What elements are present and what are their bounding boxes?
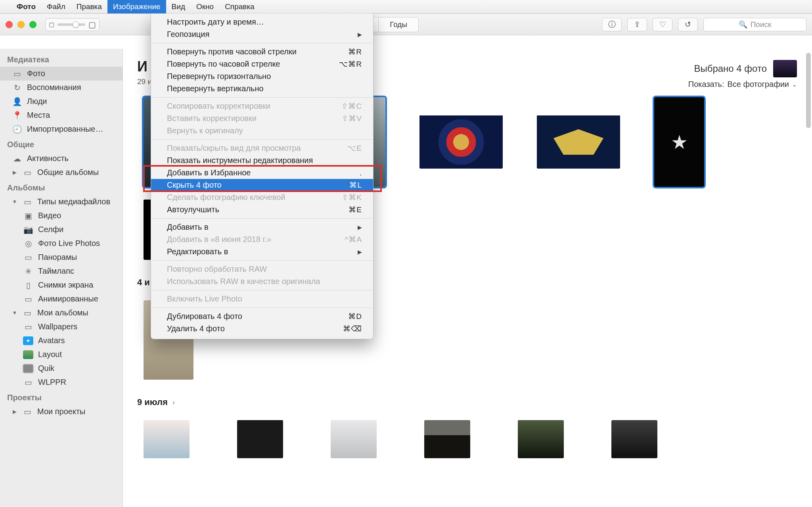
disclosure-icon[interactable]: ▶ <box>12 169 17 175</box>
menu-help[interactable]: Справка <box>219 0 260 13</box>
close-button[interactable] <box>6 21 13 28</box>
sidebar-item-live[interactable]: ◎Фото Live Photos <box>0 236 123 250</box>
menu-image[interactable]: Изображение <box>107 0 166 13</box>
people-icon: 👤 <box>12 97 22 106</box>
mi-edit-in[interactable]: Редактировать в▶ <box>151 246 373 258</box>
menu-separator <box>152 139 372 140</box>
clock-icon: 🕘 <box>12 125 22 134</box>
photo-thumb[interactable] <box>144 420 190 458</box>
mi-geolocation[interactable]: Геопозиция▶ <box>151 28 373 40</box>
mi-auto-enhance[interactable]: Автоулучшить⌘E <box>151 204 373 216</box>
segment-years[interactable]: Годы <box>378 17 418 32</box>
sidebar-item-shared-albums[interactable]: ▶▭Общие альбомы <box>0 165 123 179</box>
album-icon: ▭ <box>22 198 33 206</box>
menu-window[interactable]: Окно <box>191 0 219 13</box>
sidebar-item-media-types[interactable]: ▼▭Типы медиафайлов <box>0 195 123 209</box>
mi-paste-adjust: Вставить корректировки⇧⌘V <box>151 112 373 125</box>
photos-icon: ▭ <box>12 69 22 78</box>
mi-delete[interactable]: Удалить 4 фото⌘⌫ <box>151 323 373 335</box>
share-button[interactable]: ⇪ <box>627 18 647 31</box>
chevron-down-icon: ⌄ <box>792 81 797 88</box>
sidebar-item-panoramas[interactable]: ▭Панорамы <box>0 250 123 264</box>
photo-thumb[interactable] <box>654 97 704 187</box>
photo-thumb[interactable] <box>537 97 620 169</box>
filter-row[interactable]: Показать: Все фотографии ⌄ <box>688 80 797 89</box>
sidebar-item-imports[interactable]: 🕘Импортированные… <box>0 122 123 136</box>
scrollbar[interactable] <box>806 53 811 128</box>
sidebar-item-photos[interactable]: ▭Фото <box>0 67 123 81</box>
app-name[interactable]: Фото <box>11 0 41 13</box>
sidebar-item-selfies[interactable]: 📷Селфи <box>0 223 123 236</box>
photo-thumb[interactable] <box>611 420 657 458</box>
sidebar-item-activity[interactable]: ☁︎Активность <box>0 152 123 165</box>
search-icon: 🔍 <box>739 20 747 29</box>
photo-thumb[interactable] <box>237 420 283 458</box>
panorama-icon: ▭ <box>23 253 33 262</box>
small-thumb-icon: ▢ <box>49 21 54 28</box>
search-field[interactable]: 🔍 Поиск <box>703 18 806 31</box>
mi-flip-v[interactable]: Перевернуть вертикально <box>151 83 373 95</box>
timelapse-icon: ✳︎ <box>23 267 33 276</box>
menu-view[interactable]: Вид <box>166 0 191 13</box>
memories-icon: ↻ <box>12 83 22 92</box>
sidebar-item-places[interactable]: 📍Места <box>0 108 123 122</box>
mi-rotate-ccw[interactable]: Повернуть против часовой стрелки⌘R <box>151 46 373 58</box>
sidebar-item-wallpapers[interactable]: ▭Wallpapers <box>0 320 123 334</box>
sidebar-item-videos[interactable]: ▣Видео <box>0 209 123 223</box>
info-button[interactable]: ⓘ <box>602 18 622 31</box>
image-menu-dropdown: Настроить дату и время… Геопозиция▶ Пове… <box>151 13 373 339</box>
sidebar: Медиатека ▭Фото ↻Воспоминания 👤Люди 📍Мес… <box>0 49 123 507</box>
chevron-right-icon: ▶ <box>358 31 362 38</box>
sidebar-item-quik[interactable]: Quik <box>0 361 123 375</box>
chevron-right-icon: ▶ <box>358 224 362 230</box>
sidebar-item-my-albums[interactable]: ▼▭Мои альбомы <box>0 306 123 320</box>
album-icon: ▭ <box>23 378 33 387</box>
menu-file[interactable]: Файл <box>41 0 71 13</box>
sidebar-item-wlppr[interactable]: ▭WLPPR <box>0 375 123 389</box>
sidebar-item-memories[interactable]: ↻Воспоминания <box>0 81 123 94</box>
photo-thumb[interactable] <box>419 97 503 169</box>
disclosure-icon[interactable]: ▼ <box>12 199 17 205</box>
disclosure-icon[interactable]: ▼ <box>12 310 17 316</box>
section-date-3[interactable]: 9 июля › <box>123 392 812 407</box>
sidebar-item-animated[interactable]: ▭Анимированные <box>0 292 123 306</box>
mi-flip-h[interactable]: Перевернуть горизонтально <box>151 70 373 83</box>
rotate-button[interactable]: ↺ <box>678 18 698 31</box>
album-icon: ▭ <box>22 168 33 177</box>
rotate-icon: ↺ <box>685 20 691 29</box>
mi-add-to[interactable]: Добавить в▶ <box>151 221 373 233</box>
menu-separator <box>152 260 372 261</box>
mi-rotate-cw[interactable]: Повернуть по часовой стрелке⌥⌘R <box>151 58 373 70</box>
video-icon: ▣ <box>23 211 33 220</box>
album-icon: ▭ <box>22 309 33 317</box>
mi-add-to-date: Добавить в «8 июня 2018 г.»^⌘A <box>151 233 373 246</box>
photo-thumb[interactable] <box>331 420 377 458</box>
window-toolbar: ▢ ▢ нты Коллекции Годы ⓘ ⇪ ♡ ↺ 🔍 Поиск <box>0 14 812 35</box>
sidebar-item-people[interactable]: 👤Люди <box>0 94 123 108</box>
sidebar-item-layout[interactable]: Layout <box>0 348 123 361</box>
sidebar-item-my-projects[interactable]: ▶▭Мои проекты <box>0 405 123 419</box>
mi-duplicate[interactable]: Дублировать 4 фото⌘D <box>151 310 373 323</box>
mi-hide-photos[interactable]: Скрыть 4 фото⌘L <box>151 179 373 191</box>
favorite-button[interactable]: ♡ <box>653 18 672 31</box>
mi-show-edit-tools[interactable]: Показать инструменты редактирования <box>151 154 373 167</box>
menu-edit[interactable]: Правка <box>71 0 107 13</box>
photo-thumb[interactable] <box>424 420 470 458</box>
quik-icon <box>23 364 33 373</box>
minimize-button[interactable] <box>17 21 25 28</box>
thumbnail-size-slider[interactable]: ▢ ▢ <box>45 18 100 31</box>
sidebar-item-avatars[interactable]: ✦Avatars <box>0 334 123 348</box>
photos-window: ▢ ▢ нты Коллекции Годы ⓘ ⇪ ♡ ↺ 🔍 Поиск М… <box>0 13 812 507</box>
mi-adjust-date[interactable]: Настроить дату и время… <box>151 16 373 28</box>
menu-separator <box>152 218 372 219</box>
mi-revert: Вернуть к оригиналу <box>151 125 373 137</box>
mi-add-favorite[interactable]: Добавить в Избранное. <box>151 167 373 179</box>
sidebar-item-timelapse[interactable]: ✳︎Таймлапс <box>0 264 123 278</box>
slider-knob[interactable] <box>73 21 79 28</box>
sb-heading-shared: Общие <box>0 136 123 152</box>
photo-thumb[interactable] <box>518 420 564 458</box>
chevron-right-icon: ▶ <box>358 249 362 255</box>
disclosure-icon[interactable]: ▶ <box>12 409 17 415</box>
sidebar-item-screenshots[interactable]: ▯Снимки экрана <box>0 278 123 292</box>
zoom-button[interactable] <box>29 21 36 28</box>
